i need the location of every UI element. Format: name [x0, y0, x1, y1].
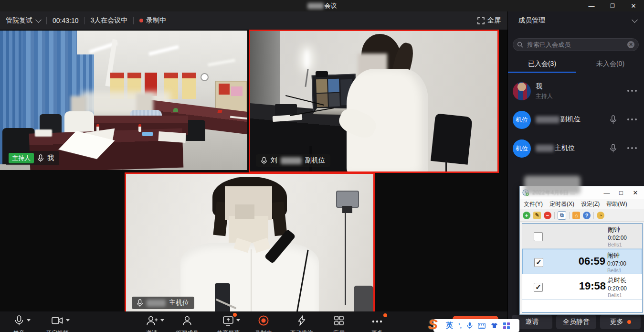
member-name-suffix: 主机位 — [555, 144, 575, 152]
member-name: 我 — [536, 82, 542, 91]
blurred-name — [536, 145, 554, 152]
timer-maximize-button[interactable]: □ — [614, 189, 628, 196]
add-timer-button[interactable]: + — [523, 212, 530, 219]
divider — [84, 17, 85, 24]
ime-skin-icon[interactable] — [491, 322, 498, 329]
video-name-secondary: 副机位 — [305, 156, 325, 165]
ime-toolbar[interactable]: 英 ’, — [433, 319, 519, 332]
share-options-caret[interactable] — [236, 319, 240, 321]
member-more-menu[interactable] — [627, 147, 637, 149]
record-button[interactable]: 录制中 — [245, 314, 282, 332]
clear-search-icon[interactable]: ✕ — [627, 41, 634, 48]
menu-settings[interactable]: 设定(Z) — [581, 200, 600, 208]
more-label: 更多 — [610, 318, 623, 326]
meeting-app-window: 会议 — ❐ ✕ 管院复试 00:43:10 3人在会议中 录制中 全屏 — [0, 0, 644, 332]
timer-info: 闹钟 0:02:00 Bells1 — [608, 225, 637, 247]
tab-not-joined[interactable]: 未入会(0) — [576, 55, 644, 73]
mic-options-caret[interactable] — [27, 319, 31, 321]
annotation-button[interactable]: 互动批注 — [284, 314, 320, 332]
maximize-button[interactable]: ❐ — [602, 0, 623, 11]
help-button[interactable]: ? — [583, 212, 591, 219]
apps-grid-icon — [334, 315, 344, 326]
timer-duration: 0:20:00 — [608, 285, 637, 292]
timer-minimize-button[interactable]: — — [600, 189, 614, 196]
mic-icon — [14, 315, 24, 326]
camera-options-caret[interactable] — [66, 319, 70, 321]
fullscreen-label: 全屏 — [487, 16, 501, 25]
apps-button[interactable]: 应用 — [321, 314, 357, 332]
edit-timer-button[interactable]: ✎ — [533, 212, 541, 219]
video-tile-host[interactable]: 主持人 我 — [0, 31, 247, 170]
ime-language-mode[interactable]: 英 — [446, 321, 453, 330]
avatar: 机位 — [513, 111, 531, 129]
camera-button[interactable]: 开启视频 — [39, 314, 75, 332]
toolbar-label: 邀请 — [146, 329, 158, 332]
lightning-icon — [296, 315, 308, 326]
menu-timer[interactable]: 定时器(X) — [549, 200, 574, 208]
home-button[interactable]: ⌂ — [572, 212, 580, 219]
video-label-host: 主持人 我 — [6, 151, 59, 165]
video-name-primary: 主机位 — [169, 299, 189, 307]
tissue-box — [142, 132, 153, 136]
search-input[interactable] — [526, 41, 624, 49]
timer-app-window: 2022年4月6日 ... — □ ✕ 文件(Y) 定时器(X) 设定(Z) 帮… — [519, 186, 644, 315]
clock-settings-button[interactable]: ◔ — [597, 212, 604, 219]
timer-checkbox[interactable] — [534, 232, 543, 241]
red-flag — [217, 110, 222, 113]
tab-joined[interactable]: 已入会(3) — [508, 55, 576, 73]
fullscreen-button[interactable]: 全屏 — [477, 11, 501, 30]
member-search[interactable]: ✕ — [513, 38, 639, 51]
window-titlebar: 会议 — ❐ ✕ — [0, 0, 644, 11]
ime-mic-icon[interactable] — [467, 322, 473, 329]
timer-checkbox[interactable]: ✓ — [534, 258, 543, 267]
timer-row[interactable]: ✓ 19:58 总时长 0:20:00 Bells1 — [522, 274, 642, 300]
active-tab-underline — [508, 72, 576, 73]
more-footer-button[interactable]: 更多 — [600, 315, 641, 329]
close-button[interactable]: ✕ — [623, 0, 644, 11]
share-screen-button[interactable]: 共享屏幕 — [210, 314, 246, 332]
video-tile-primary[interactable]: 主机位 — [125, 172, 375, 312]
mute-button[interactable]: 静音 — [1, 314, 37, 332]
remove-timer-button[interactable]: − — [544, 212, 551, 219]
more-dots-icon — [371, 315, 383, 326]
member-more-menu[interactable] — [627, 90, 637, 92]
water-bottle — [96, 124, 99, 132]
timer-row-selected[interactable]: ✓ 06:59 闹钟 0:07:00 Bells1 — [522, 249, 642, 274]
member-panel-header: 成员管理 — [508, 11, 644, 30]
copy-button[interactable]: ⧉ — [558, 211, 566, 220]
ime-punctuation-icon[interactable]: ’, — [458, 322, 462, 329]
minimize-button[interactable]: — — [581, 0, 602, 11]
ime-keyboard-icon[interactable] — [478, 323, 486, 329]
toolbar-label: 录制中 — [255, 329, 272, 332]
timer-sound: Bells1 — [608, 242, 637, 247]
timer-row[interactable]: 闹钟 0:02:00 Bells1 — [522, 224, 642, 249]
video-tile-secondary[interactable]: 刘 副机位 — [249, 30, 499, 173]
member-more-menu[interactable] — [627, 118, 637, 120]
room-name-dropdown[interactable]: 管院复试 — [6, 16, 41, 25]
mute-all-button[interactable]: 全员静音 — [556, 315, 597, 329]
member-row-secondary[interactable]: 机位 副机位 — [508, 106, 644, 134]
member-mic-icon[interactable] — [610, 115, 617, 124]
sogou-logo-icon[interactable]: S — [428, 317, 438, 332]
mic-icon — [137, 299, 143, 307]
menu-help[interactable]: 帮助(W) — [606, 200, 627, 208]
search-icon — [517, 42, 523, 48]
members-button[interactable]: 管理成员 — [169, 314, 205, 332]
recording-icon — [258, 315, 269, 326]
member-row-self[interactable]: 我 主持人 — [508, 77, 644, 105]
timer-close-button[interactable]: ✕ — [628, 189, 643, 196]
invite-button[interactable]: 邀请 — [134, 314, 170, 332]
chevron-down-icon[interactable] — [632, 17, 638, 23]
member-mic-icon[interactable] — [610, 144, 617, 153]
member-role: 主持人 — [536, 92, 553, 100]
member-row-primary[interactable]: 机位 主机位 — [508, 135, 644, 162]
ime-toolbox-icon[interactable] — [503, 322, 510, 329]
blurred-name — [147, 300, 166, 307]
notification-dot — [383, 313, 387, 317]
paper-cups — [35, 129, 52, 137]
timer-toolbar: + ✎ − ⧉ ⌂ ? ◔ — [520, 209, 644, 222]
timer-checkbox[interactable]: ✓ — [534, 283, 543, 292]
menu-file[interactable]: 文件(Y) — [524, 200, 543, 208]
more-button[interactable]: 更多 — [359, 314, 395, 332]
invite-options-caret[interactable] — [160, 319, 164, 321]
